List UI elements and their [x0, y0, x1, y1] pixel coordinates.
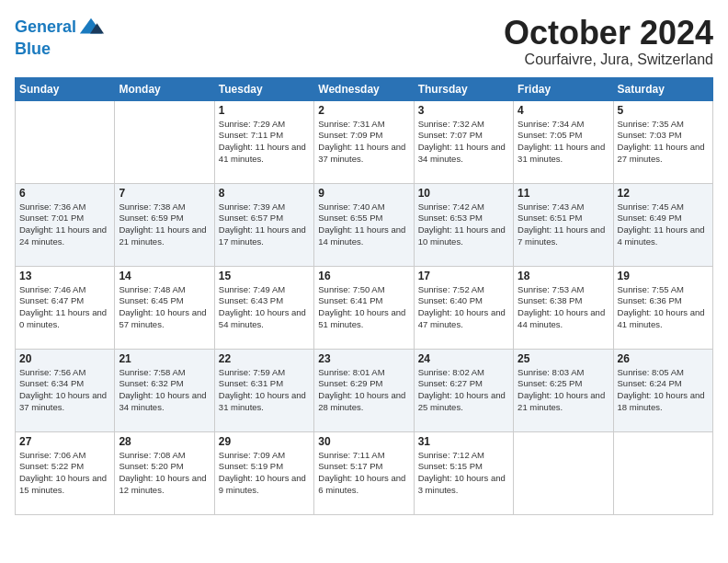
calendar-week-5: 27Sunrise: 7:06 AM Sunset: 5:22 PM Dayli… [16, 431, 713, 514]
calendar-cell: 24Sunrise: 8:02 AM Sunset: 6:27 PM Dayli… [414, 349, 513, 431]
day-info: Sunrise: 7:40 AM Sunset: 6:55 PM Dayligh… [318, 201, 409, 248]
day-info: Sunrise: 7:48 AM Sunset: 6:45 PM Dayligh… [119, 284, 210, 331]
calendar-cell: 6Sunrise: 7:36 AM Sunset: 7:01 PM Daylig… [16, 183, 115, 266]
day-number: 28 [119, 435, 210, 448]
calendar-cell [115, 100, 214, 183]
calendar-cell: 12Sunrise: 7:45 AM Sunset: 6:49 PM Dayli… [613, 183, 712, 266]
day-info: Sunrise: 8:03 AM Sunset: 6:25 PM Dayligh… [518, 367, 609, 414]
day-number: 7 [119, 187, 210, 200]
day-number: 26 [618, 352, 709, 365]
calendar-cell: 16Sunrise: 7:50 AM Sunset: 6:41 PM Dayli… [314, 266, 414, 349]
calendar-cell: 31Sunrise: 7:12 AM Sunset: 5:15 PM Dayli… [414, 431, 513, 514]
location: Courfaivre, Jura, Switzerland [504, 52, 713, 68]
day-info: Sunrise: 7:36 AM Sunset: 7:01 PM Dayligh… [19, 201, 110, 248]
day-info: Sunrise: 7:58 AM Sunset: 6:32 PM Dayligh… [119, 367, 210, 414]
calendar-cell: 18Sunrise: 7:53 AM Sunset: 6:38 PM Dayli… [514, 266, 613, 349]
day-number: 24 [418, 352, 509, 365]
day-number: 21 [119, 352, 210, 365]
logo-text: General [15, 18, 76, 37]
day-info: Sunrise: 7:50 AM Sunset: 6:41 PM Dayligh… [318, 284, 409, 331]
day-number: 8 [219, 187, 310, 200]
month-title: October 2024 [504, 15, 713, 52]
day-number: 12 [618, 187, 709, 200]
calendar-cell [16, 100, 115, 183]
day-number: 4 [518, 104, 609, 117]
calendar-cell: 1Sunrise: 7:29 AM Sunset: 7:11 PM Daylig… [214, 100, 313, 183]
calendar-cell: 11Sunrise: 7:43 AM Sunset: 6:51 PM Dayli… [514, 183, 613, 266]
calendar-week-4: 20Sunrise: 7:56 AM Sunset: 6:34 PM Dayli… [16, 349, 713, 431]
calendar-cell: 30Sunrise: 7:11 AM Sunset: 5:17 PM Dayli… [314, 431, 414, 514]
calendar-cell: 28Sunrise: 7:08 AM Sunset: 5:20 PM Dayli… [115, 431, 214, 514]
header-sunday: Sunday [16, 77, 115, 100]
calendar-cell [613, 431, 712, 514]
day-number: 17 [418, 270, 509, 282]
calendar-cell: 8Sunrise: 7:39 AM Sunset: 6:57 PM Daylig… [214, 183, 313, 266]
day-info: Sunrise: 7:53 AM Sunset: 6:38 PM Dayligh… [518, 284, 609, 331]
day-number: 16 [318, 270, 409, 282]
header-thursday: Thursday [414, 77, 513, 100]
day-number: 1 [219, 104, 310, 117]
day-info: Sunrise: 7:56 AM Sunset: 6:34 PM Dayligh… [19, 367, 110, 414]
day-number: 13 [19, 270, 110, 282]
calendar-cell: 4Sunrise: 7:34 AM Sunset: 7:05 PM Daylig… [514, 100, 613, 183]
day-number: 22 [219, 352, 310, 365]
calendar-cell: 13Sunrise: 7:46 AM Sunset: 6:47 PM Dayli… [16, 266, 115, 349]
calendar-cell: 10Sunrise: 7:42 AM Sunset: 6:53 PM Dayli… [414, 183, 513, 266]
logo-icon [78, 15, 104, 40]
day-info: Sunrise: 7:09 AM Sunset: 5:19 PM Dayligh… [219, 450, 310, 497]
day-info: Sunrise: 7:38 AM Sunset: 6:59 PM Dayligh… [119, 201, 210, 248]
day-info: Sunrise: 8:05 AM Sunset: 6:24 PM Dayligh… [618, 367, 709, 414]
calendar-cell: 15Sunrise: 7:49 AM Sunset: 6:43 PM Dayli… [214, 266, 313, 349]
day-info: Sunrise: 7:08 AM Sunset: 5:20 PM Dayligh… [119, 450, 210, 497]
day-info: Sunrise: 7:12 AM Sunset: 5:15 PM Dayligh… [418, 450, 509, 497]
calendar-cell: 23Sunrise: 8:01 AM Sunset: 6:29 PM Dayli… [314, 349, 414, 431]
day-info: Sunrise: 7:55 AM Sunset: 6:36 PM Dayligh… [618, 284, 709, 331]
day-number: 20 [19, 352, 110, 365]
calendar-cell: 29Sunrise: 7:09 AM Sunset: 5:19 PM Dayli… [214, 431, 313, 514]
day-number: 29 [219, 435, 310, 448]
day-info: Sunrise: 7:32 AM Sunset: 7:07 PM Dayligh… [418, 119, 509, 166]
day-number: 31 [418, 435, 509, 448]
day-number: 9 [318, 187, 409, 200]
day-number: 25 [518, 352, 609, 365]
day-info: Sunrise: 7:34 AM Sunset: 7:05 PM Dayligh… [518, 119, 609, 166]
day-info: Sunrise: 7:06 AM Sunset: 5:22 PM Dayligh… [19, 450, 110, 497]
title-block: October 2024 Courfaivre, Jura, Switzerla… [504, 15, 713, 68]
day-number: 10 [418, 187, 509, 200]
header-wednesday: Wednesday [314, 77, 414, 100]
calendar-cell: 26Sunrise: 8:05 AM Sunset: 6:24 PM Dayli… [613, 349, 712, 431]
calendar-cell: 27Sunrise: 7:06 AM Sunset: 5:22 PM Dayli… [16, 431, 115, 514]
day-info: Sunrise: 7:39 AM Sunset: 6:57 PM Dayligh… [219, 201, 310, 248]
day-number: 15 [219, 270, 310, 282]
day-number: 5 [618, 104, 709, 117]
day-info: Sunrise: 7:52 AM Sunset: 6:40 PM Dayligh… [418, 284, 509, 331]
day-info: Sunrise: 8:02 AM Sunset: 6:27 PM Dayligh… [418, 367, 509, 414]
page-header: General Blue October 2024 Courfaivre, Ju… [15, 15, 713, 68]
day-number: 14 [119, 270, 210, 282]
calendar-cell: 17Sunrise: 7:52 AM Sunset: 6:40 PM Dayli… [414, 266, 513, 349]
day-number: 11 [518, 187, 609, 200]
day-number: 6 [19, 187, 110, 200]
calendar-cell: 19Sunrise: 7:55 AM Sunset: 6:36 PM Dayli… [613, 266, 712, 349]
page-container: General Blue October 2024 Courfaivre, Ju… [0, 0, 728, 523]
calendar-cell: 22Sunrise: 7:59 AM Sunset: 6:31 PM Dayli… [214, 349, 313, 431]
calendar-cell: 5Sunrise: 7:35 AM Sunset: 7:03 PM Daylig… [613, 100, 712, 183]
day-info: Sunrise: 7:42 AM Sunset: 6:53 PM Dayligh… [418, 201, 509, 248]
calendar-cell: 25Sunrise: 8:03 AM Sunset: 6:25 PM Dayli… [514, 349, 613, 431]
day-info: Sunrise: 8:01 AM Sunset: 6:29 PM Dayligh… [318, 367, 409, 414]
calendar-cell: 3Sunrise: 7:32 AM Sunset: 7:07 PM Daylig… [414, 100, 513, 183]
day-number: 2 [318, 104, 409, 117]
calendar-week-1: 1Sunrise: 7:29 AM Sunset: 7:11 PM Daylig… [16, 100, 713, 183]
day-info: Sunrise: 7:31 AM Sunset: 7:09 PM Dayligh… [318, 119, 409, 166]
header-tuesday: Tuesday [214, 77, 313, 100]
day-info: Sunrise: 7:49 AM Sunset: 6:43 PM Dayligh… [219, 284, 310, 331]
calendar-cell: 14Sunrise: 7:48 AM Sunset: 6:45 PM Dayli… [115, 266, 214, 349]
day-info: Sunrise: 7:35 AM Sunset: 7:03 PM Dayligh… [618, 119, 709, 166]
day-info: Sunrise: 7:46 AM Sunset: 6:47 PM Dayligh… [19, 284, 110, 331]
calendar-week-3: 13Sunrise: 7:46 AM Sunset: 6:47 PM Dayli… [16, 266, 713, 349]
calendar-table: Sunday Monday Tuesday Wednesday Thursday… [15, 77, 713, 515]
day-number: 30 [318, 435, 409, 448]
day-number: 27 [19, 435, 110, 448]
day-info: Sunrise: 7:45 AM Sunset: 6:49 PM Dayligh… [618, 201, 709, 248]
calendar-week-2: 6Sunrise: 7:36 AM Sunset: 7:01 PM Daylig… [16, 183, 713, 266]
